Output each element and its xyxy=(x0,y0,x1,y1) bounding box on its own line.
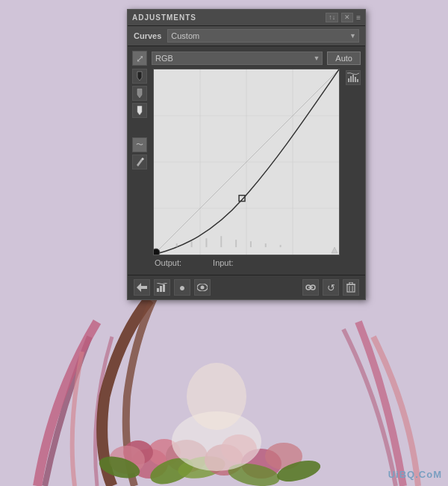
svg-rect-41 xyxy=(157,288,159,292)
panel-title: ADJUSTMENTS xyxy=(132,13,196,22)
curve-mode-tool[interactable]: 〜 xyxy=(132,137,147,152)
input-label: Input: xyxy=(213,258,234,267)
curves-label: Curves xyxy=(134,31,161,40)
curve-canvas-container: Output: Input: xyxy=(153,69,343,270)
auto-button[interactable]: Auto xyxy=(327,52,361,65)
output-label: Output: xyxy=(155,258,181,267)
bottom-toolbar: ● ↺ xyxy=(128,275,365,299)
svg-rect-33 xyxy=(280,245,281,247)
svg-rect-49 xyxy=(347,284,355,292)
svg-rect-38 xyxy=(355,77,356,82)
histogram-button[interactable] xyxy=(154,279,170,296)
go-back-button[interactable] xyxy=(134,279,150,296)
eyedropper-white-tool[interactable] xyxy=(132,103,147,118)
curve-canvas[interactable] xyxy=(153,69,340,255)
panel-menu-button[interactable]: ≡ xyxy=(356,13,361,22)
toolbar-row: ⤢ RGB Red Green Blue ▼ Auto xyxy=(132,51,361,66)
panel-body: ⤢ RGB Red Green Blue ▼ Auto xyxy=(128,46,365,275)
adjustment-history-tool[interactable] xyxy=(346,70,361,85)
svg-rect-39 xyxy=(357,79,358,82)
svg-rect-28 xyxy=(205,238,207,247)
right-toolbar xyxy=(346,69,361,85)
channel-container: RGB Red Green Blue ▼ xyxy=(152,52,323,65)
preset-select[interactable]: Custom Default Strong Contrast Linear Co… xyxy=(167,29,359,43)
adjustments-panel: ADJUSTMENTS ↑↓ ✕ ≡ Curves Custom Default… xyxy=(127,9,366,300)
eyedropper-mid-tool[interactable] xyxy=(132,86,147,101)
panel-controls: ↑↓ ✕ ≡ xyxy=(326,13,361,22)
collapse-button[interactable]: ↑↓ xyxy=(326,13,338,22)
output-input-row: Output: Input: xyxy=(153,255,343,270)
svg-rect-26 xyxy=(176,243,178,247)
bottom-right-tools: ↺ xyxy=(302,279,359,296)
reset-button[interactable]: ↺ xyxy=(323,279,339,296)
curves-header: Curves Custom Default Strong Contrast Li… xyxy=(128,26,365,46)
svg-rect-27 xyxy=(191,241,193,247)
svg-rect-29 xyxy=(220,236,222,247)
eyedropper-black-tool[interactable] xyxy=(132,69,147,84)
svg-rect-30 xyxy=(235,240,237,247)
svg-point-25 xyxy=(154,249,160,255)
link-button[interactable] xyxy=(302,279,319,296)
svg-rect-43 xyxy=(163,284,165,292)
svg-rect-42 xyxy=(160,286,162,292)
curve-area-row: 〜 xyxy=(132,69,361,270)
svg-rect-31 xyxy=(250,241,252,247)
svg-rect-32 xyxy=(265,243,267,247)
circle-tool-button[interactable]: ● xyxy=(174,279,190,296)
svg-marker-40 xyxy=(137,283,147,292)
pencil-draw-tool[interactable] xyxy=(132,155,147,169)
channel-select[interactable]: RGB Red Green Blue xyxy=(152,52,323,65)
select-point-tool[interactable]: ⤢ xyxy=(132,51,147,66)
svg-rect-36 xyxy=(350,76,352,82)
delete-button[interactable] xyxy=(343,279,359,296)
svg-point-45 xyxy=(201,286,205,290)
preset-container: Custom Default Strong Contrast Linear Co… xyxy=(167,29,359,43)
curve-tools: 〜 xyxy=(132,69,147,169)
svg-rect-35 xyxy=(348,78,349,82)
svg-rect-37 xyxy=(352,75,354,82)
visibility-button[interactable] xyxy=(194,279,211,296)
panel-titlebar: ADJUSTMENTS ↑↓ ✕ ≡ xyxy=(128,10,365,26)
bottom-left-tools: ● xyxy=(134,279,211,296)
close-button[interactable]: ✕ xyxy=(341,13,353,22)
watermark: UiBQ.CoM xyxy=(388,469,442,480)
